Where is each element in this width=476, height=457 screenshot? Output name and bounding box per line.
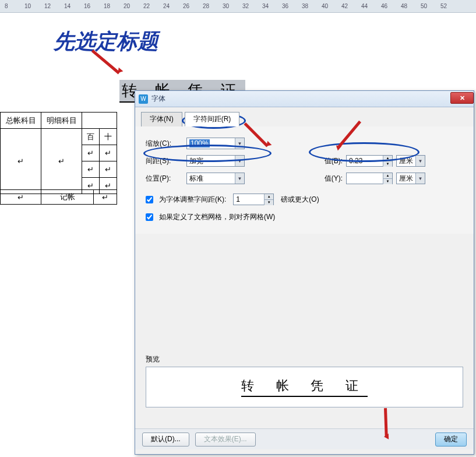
position-label: 位置(P): <box>146 174 183 184</box>
ruler-tick: 24 <box>163 3 170 9</box>
ruler-tick: 36 <box>282 3 288 9</box>
spinner-icon[interactable]: ▲▼ <box>264 194 273 205</box>
ruler-tick: 20 <box>124 3 130 9</box>
font-dialog: W 字体 ✕ 字体(N) 字符间距(R) 缩放(C): 100% ▼ 间距(S)… <box>135 90 474 455</box>
default-button[interactable]: 默认(D)... <box>142 433 189 447</box>
spacing-select[interactable]: 加宽 ▼ <box>186 155 245 167</box>
preview-text: 转 帐 凭 证 <box>241 377 368 397</box>
annotation-text: 先选定标题 <box>54 27 158 56</box>
unit-select[interactable]: 厘米 ▼ <box>396 173 425 184</box>
ruler-tick: 30 <box>223 3 229 9</box>
ruler-tick: 38 <box>302 3 308 9</box>
ruler-tick: 52 <box>440 3 447 9</box>
snap-grid-checkbox[interactable] <box>146 213 153 221</box>
table-header: 明细科目 <box>41 113 82 129</box>
ruler-tick: 50 <box>421 3 427 9</box>
ruler-tick: 22 <box>143 3 150 9</box>
dialog-titlebar[interactable]: W 字体 ✕ <box>135 91 474 107</box>
ruler-tick: 40 <box>322 3 328 9</box>
chevron-down-icon[interactable]: ▼ <box>235 156 244 166</box>
scale-label: 缩放(C): <box>146 139 183 149</box>
close-button[interactable]: ✕ <box>450 92 474 104</box>
horizontal-ruler: 8 10 12 14 16 18 20 22 24 26 28 30 32 34… <box>0 0 476 13</box>
value-y-label: 值(Y): <box>316 174 343 184</box>
value-b-label: 值(B): <box>316 156 343 166</box>
record-label: 记帐 <box>41 190 94 205</box>
ok-button[interactable]: 确定 <box>435 433 467 447</box>
ruler-tick: 10 <box>24 3 31 9</box>
unit-select[interactable]: 厘米 ▼ <box>396 155 425 167</box>
value-y-input[interactable]: ▲▼ <box>346 173 393 184</box>
ruler-tick: 32 <box>242 3 249 9</box>
dialog-title: 字体 <box>151 94 165 104</box>
snap-grid-label: 如果定义了文档网格，则对齐网格(W) <box>159 212 275 222</box>
ruler-tick: 28 <box>203 3 209 9</box>
button-bar: 默认(D)... 文本效果(E)... 确定 <box>135 428 474 449</box>
tab-char-spacing[interactable]: 字符间距(R) <box>185 112 240 126</box>
form-area: 缩放(C): 100% ▼ 间距(S): 加宽 ▼ 值(B): 0.23 ▲▼ … <box>135 126 474 234</box>
ruler-tick: 46 <box>381 3 387 9</box>
chevron-down-icon[interactable]: ▼ <box>235 173 244 184</box>
ruler-tick: 34 <box>262 3 269 9</box>
ruler-tick: 16 <box>84 3 90 9</box>
chevron-down-icon[interactable]: ▼ <box>235 138 244 149</box>
record-table[interactable]: ↵ 记帐 ↵ <box>0 189 117 205</box>
table-header: 十 <box>100 129 117 145</box>
preview-label: 预览 <box>146 355 160 363</box>
ruler-tick: 14 <box>64 3 70 9</box>
voucher-table[interactable]: 总帐科目 明细科目 ↵ ↵ 百 十 ↵↵ ↵↵ ↵↵ <box>0 112 117 194</box>
spinner-icon[interactable]: ▲▼ <box>383 173 392 184</box>
chevron-down-icon[interactable]: ▼ <box>415 173 425 184</box>
ruler-tick: 26 <box>183 3 189 9</box>
kerning-unit: 磅或更大(O) <box>281 195 319 205</box>
ruler-tick: 44 <box>361 3 368 9</box>
tab-font[interactable]: 字体(N) <box>141 112 182 126</box>
preview-group: 预览 转 帐 凭 证 <box>146 354 463 407</box>
spinner-icon[interactable]: ▲▼ <box>383 156 392 166</box>
app-icon: W <box>139 94 148 104</box>
ruler-tick: 18 <box>104 3 110 9</box>
chevron-down-icon[interactable]: ▼ <box>415 156 425 166</box>
ruler-tick: 48 <box>401 3 407 9</box>
spacing-label: 间距(S): <box>146 156 183 166</box>
preview-box: 转 帐 凭 证 <box>146 367 463 407</box>
ruler-tick: 42 <box>341 3 348 9</box>
position-select[interactable]: 标准 ▼ <box>186 173 245 184</box>
value-b-input[interactable]: 0.23 ▲▼ <box>346 155 393 167</box>
table-header: 百 <box>82 129 100 145</box>
kerning-label: 为字体调整字间距(K): <box>159 195 226 205</box>
tab-row: 字体(N) 字符间距(R) <box>135 107 474 126</box>
kerning-checkbox[interactable] <box>146 196 153 203</box>
table-header: 总帐科目 <box>1 113 41 129</box>
ruler-tick: 12 <box>44 3 51 9</box>
scale-select[interactable]: 100% ▼ <box>186 138 245 149</box>
text-effects-button[interactable]: 文本效果(E)... <box>195 433 256 447</box>
kerning-input[interactable]: 1 ▲▼ <box>233 194 274 205</box>
ruler-tick: 8 <box>5 3 8 9</box>
